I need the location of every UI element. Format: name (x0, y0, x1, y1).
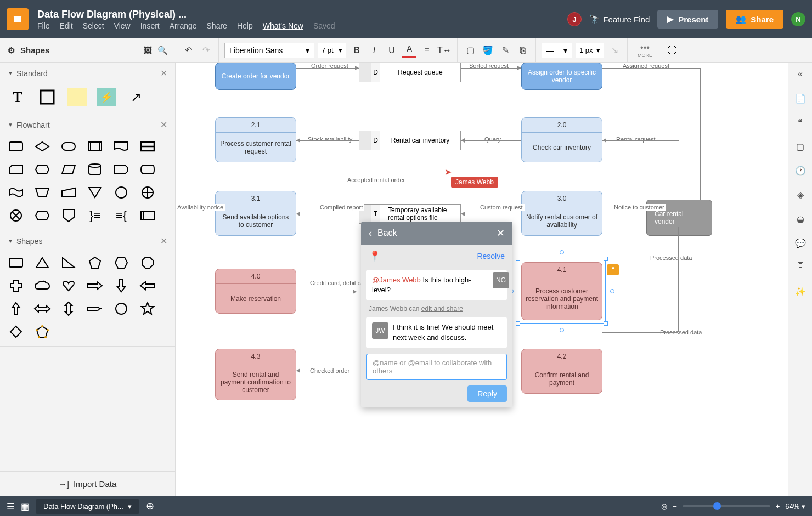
flowchart-card[interactable] (8, 163, 24, 176)
shape-pentagon[interactable] (87, 256, 103, 269)
flowchart-annotation[interactable] (139, 140, 156, 153)
bucket-icon[interactable]: 🪣 (481, 43, 495, 58)
section-standard[interactable]: ▼Standard✕ (0, 63, 175, 84)
shape-heart[interactable] (60, 279, 77, 292)
flowchart-manual-input[interactable] (60, 186, 77, 199)
shape-circle[interactable] (113, 302, 129, 315)
menu-select[interactable]: Select (83, 21, 104, 30)
arrow-style-button[interactable]: ↘ (607, 43, 622, 58)
sticky-note-shape[interactable] (67, 88, 87, 106)
shape-diamond[interactable] (8, 325, 24, 338)
quote-icon[interactable]: ❝ (794, 116, 807, 128)
shape-arrow-lr[interactable] (34, 302, 50, 315)
line-color-button[interactable]: ✎ (498, 43, 512, 58)
shape-rect[interactable] (8, 256, 24, 269)
close-icon[interactable]: ✕ (160, 68, 167, 78)
node-assign-order[interactable]: Assign order to specific vendor (521, 63, 602, 90)
flowchart-predefined[interactable] (87, 140, 103, 153)
rect-shape[interactable] (37, 88, 57, 106)
font-select[interactable]: Liberation Sans▾ (224, 43, 314, 58)
close-icon[interactable]: ✕ (160, 120, 167, 130)
add-page-button[interactable]: ⊕ (146, 500, 154, 512)
pin-icon[interactable]: 📍 (369, 250, 381, 262)
fullscreen-button[interactable]: ⛶ (662, 46, 682, 55)
back-icon[interactable]: ‹ (369, 228, 372, 239)
collaborator-avatar-j[interactable]: J (567, 12, 582, 26)
shape-arrow-left[interactable] (139, 279, 156, 292)
node-create-order[interactable]: Create order for vendor (215, 63, 296, 90)
datastore-request-queue[interactable]: DRequest queue (359, 63, 461, 82)
shape-hexagon[interactable] (113, 256, 129, 269)
shape-cross[interactable] (8, 279, 24, 292)
zoom-in-button[interactable]: + (776, 502, 780, 511)
import-data-button[interactable]: →] Import Data (0, 471, 175, 496)
flowchart-manual-op[interactable] (34, 186, 50, 199)
italic-button[interactable]: I (367, 43, 381, 58)
node-20[interactable]: 2.0Check car inventory (521, 117, 602, 162)
shape-octagon[interactable] (139, 256, 156, 269)
flowchart-document[interactable] (113, 140, 129, 153)
menu-whatsnew[interactable]: What's New (263, 21, 303, 30)
redo-button[interactable]: ↷ (199, 43, 213, 58)
shape-polygon[interactable] (34, 325, 50, 338)
layers-icon[interactable]: ◈ (794, 189, 807, 201)
menu-edit[interactable]: Edit (60, 21, 73, 30)
node-30[interactable]: 3.0Notify rental customer of availabilit… (521, 191, 602, 236)
shape-arrow-down[interactable] (113, 279, 129, 292)
document-icon[interactable]: 📄 (794, 92, 807, 104)
zoom-level[interactable]: 64% ▾ (785, 502, 805, 511)
flowchart-delay[interactable] (113, 163, 129, 176)
menu-insert[interactable]: Insert (140, 21, 160, 30)
flowchart-merge[interactable] (87, 186, 103, 199)
database-icon[interactable]: 🗄 (794, 261, 807, 273)
collapse-icon[interactable]: « (794, 68, 807, 80)
shape-arrow-up[interactable] (8, 302, 24, 315)
node-21[interactable]: 2.1Process customer rental request (215, 117, 296, 162)
present-button[interactable]: ▶ Present (657, 10, 718, 29)
chat-icon[interactable]: 💬 (794, 237, 807, 249)
shape-arrow-right[interactable] (87, 279, 103, 292)
back-button[interactable]: Back (377, 228, 397, 238)
close-icon[interactable]: ✕ (497, 227, 505, 239)
sparkle-icon[interactable]: ✨ (794, 285, 807, 297)
fill-button[interactable]: ▢ (463, 43, 477, 58)
flowchart-internal[interactable] (139, 209, 156, 222)
section-flowchart[interactable]: ▼Flowchart✕ (0, 114, 175, 135)
bold-button[interactable]: B (349, 43, 364, 58)
menu-file[interactable]: File (37, 21, 50, 30)
gear-icon[interactable]: ⚙ (8, 46, 15, 55)
drop-icon[interactable]: ◒ (794, 213, 807, 225)
datastore-inventory[interactable]: DRental car inventory (359, 131, 461, 150)
flowchart-database[interactable] (87, 163, 103, 176)
datastore-temp[interactable]: TTemporary available rental options file (359, 204, 461, 224)
feature-find-button[interactable]: 🔭 Feature Find (589, 14, 650, 24)
bolt-shape[interactable]: ⚡ (97, 88, 116, 106)
flowchart-data[interactable] (60, 163, 77, 176)
text-tool[interactable]: T (8, 88, 27, 106)
flowchart-preparation[interactable] (34, 163, 50, 176)
list-icon[interactable]: ☰ (7, 501, 14, 512)
menu-arrange[interactable]: Arrange (170, 21, 197, 30)
node-31[interactable]: 3.1Send available options to customer (215, 191, 296, 236)
undo-button[interactable]: ↶ (181, 43, 195, 58)
text-color-button[interactable]: A (402, 43, 416, 58)
menu-share[interactable]: Share (207, 21, 227, 30)
node-43[interactable]: 4.3Send rental and payment confirmation … (215, 349, 296, 400)
text-rotate-button[interactable]: T↔ (437, 43, 452, 58)
menu-view[interactable]: View (114, 21, 131, 30)
document-title[interactable]: Data Flow Diagram (Physical) ... (37, 9, 567, 20)
underline-button[interactable]: U (385, 43, 399, 58)
align-button[interactable]: ≡ (420, 43, 434, 58)
page-tab[interactable]: Data Flow Diagram (Ph...▾ (36, 499, 139, 514)
image-icon[interactable]: 🖼 (144, 46, 152, 55)
resolve-button[interactable]: Resolve (477, 252, 505, 260)
arrow-line-shape[interactable]: ↗ (126, 88, 146, 106)
zoom-out-button[interactable]: − (673, 502, 677, 511)
grid-icon[interactable]: ▦ (21, 501, 29, 512)
comment-badge-icon[interactable]: ❝ (607, 264, 619, 275)
line-style-select[interactable]: —▾ (542, 43, 572, 58)
node-40[interactable]: 4.0Make reservation (215, 269, 296, 314)
user-avatar-n[interactable]: N (791, 12, 805, 26)
flowchart-brace-right[interactable]: }≡ (87, 209, 103, 222)
flowchart-process[interactable] (8, 140, 24, 153)
